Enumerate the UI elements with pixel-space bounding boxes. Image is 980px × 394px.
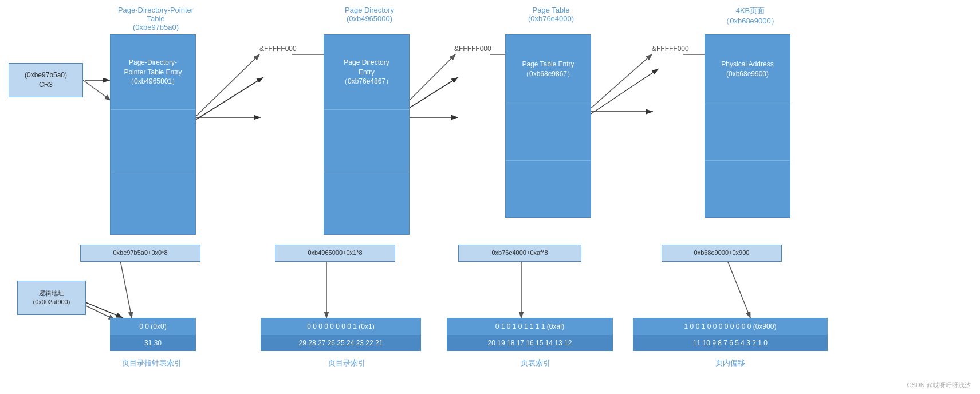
- svg-line-18: [589, 54, 652, 110]
- pdpt-bit-bottom: 31 30: [110, 335, 196, 351]
- svg-line-11: [83, 80, 111, 100]
- pt-offset-box: 0xb76e4000+0xaf*8: [458, 245, 581, 262]
- pt-bit-bottom: 20 19 18 17 16 15 14 13 12: [447, 335, 613, 351]
- svg-line-3: [590, 69, 659, 115]
- page-offset-label: 页内偏移: [684, 358, 776, 368]
- pd-table-box: Page Directory Entry （0xb76e4867）: [324, 34, 410, 235]
- pt-table-box: Page Table Entry （0xb68e9867）: [505, 34, 591, 218]
- diagram-container: (0xbe97b5a0) CR3: [0, 0, 980, 394]
- cr3-box: (0xbe97b5a0) CR3: [9, 63, 83, 97]
- pd-title: Page Directory (0xb4965000): [324, 6, 415, 23]
- page-bit-bottom: 11 10 9 8 7 6 5 4 3 2 1 0: [633, 335, 828, 351]
- pdpt-title: Page-Directory-Pointer Table (0xbe97b5a0…: [110, 6, 202, 31]
- pd-bit-top: 0 0 0 0 0 0 0 0 1 (0x1): [261, 318, 421, 335]
- mask1-label: &FFFFF000: [259, 45, 297, 53]
- page-bit-top: 1 0 0 1 0 0 0 0 0 0 0 0 (0x900): [633, 318, 828, 335]
- pt-index-label: 页表索引: [490, 358, 581, 368]
- pt-title: Page Table (0xb76e4000): [505, 6, 597, 23]
- pd-index-label: 页目录索引: [301, 358, 392, 368]
- mask3-label: &FFFFF000: [652, 45, 689, 53]
- mask2-label: &FFFFF000: [454, 45, 491, 53]
- page-box: Physical Address (0xb68e9900): [705, 34, 790, 218]
- csdn-watermark: CSDN @哎呀吁呀浅汐: [907, 381, 971, 389]
- logical-address-box: 逻辑地址 (0x002af900): [17, 281, 86, 315]
- page-offset-box: 0xb68e9000+0x900: [662, 245, 782, 262]
- svg-line-1: [195, 77, 263, 120]
- pd-offset-box: 0xb4965000+0x1*8: [275, 245, 395, 262]
- pdpt-offset-box: 0xbe97b5a0+0x0*8: [80, 245, 200, 262]
- pd-bit-bottom: 29 28 27 26 25 24 23 22 21: [261, 335, 421, 351]
- pt-bit-top: 0 1 0 1 0 1 1 1 1 (0xaf): [447, 318, 613, 335]
- pdpt-table-box: Page-Directory- Pointer Table Entry （0xb…: [110, 34, 196, 235]
- page-title: 4KB页面 （0xb68e9000）: [705, 6, 796, 26]
- svg-line-12: [195, 54, 259, 117]
- pdpt-bit-top: 0 0 (0x0): [110, 318, 196, 335]
- pdpt-index-label: 页目录指针表索引: [92, 358, 212, 368]
